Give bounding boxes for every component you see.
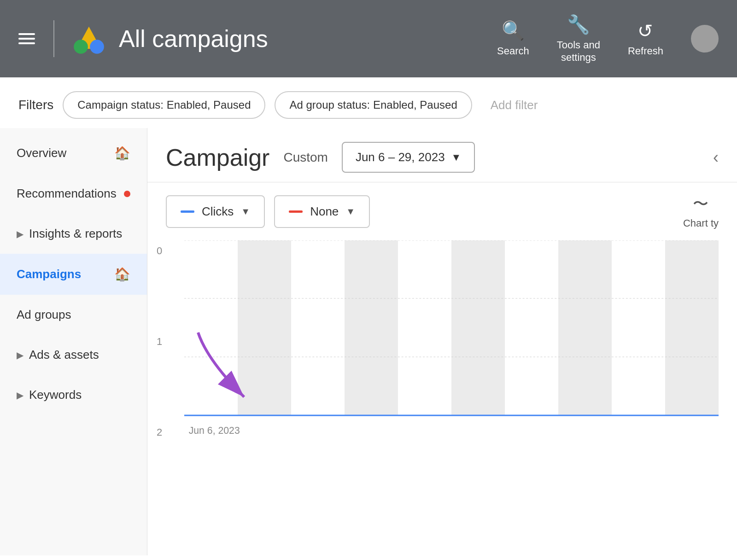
sidebar-item-recommendations[interactable]: Recommendations	[0, 174, 147, 214]
hamburger-menu-button[interactable]	[18, 33, 35, 44]
line-chart-icon: 〜	[693, 193, 708, 215]
tools-settings-button[interactable]: 🔧 Tools andsettings	[557, 14, 600, 64]
chart-type-label: Chart ty	[683, 217, 719, 229]
google-ads-logo	[73, 23, 105, 55]
svg-rect-7	[665, 240, 719, 415]
campaign-header-row: Campaigr Custom Jun 6 – 29, 2023 ▼ ‹	[147, 128, 737, 182]
chart-y-axis: 2 1 0	[157, 240, 162, 443]
chart-area: 2 1 0 Jun 6, 2023	[147, 240, 737, 471]
sidebar-label-ad-groups: Ad groups	[17, 308, 71, 322]
page-title: All campaigns	[119, 25, 483, 52]
svg-rect-6	[558, 240, 612, 415]
home-icon-campaigns: 🏠	[114, 267, 130, 282]
filters-label: Filters	[18, 98, 53, 112]
filters-bar: Filters Campaign status: Enabled, Paused…	[0, 77, 737, 128]
ad-group-status-filter[interactable]: Ad group status: Enabled, Paused	[275, 91, 472, 119]
campaign-status-filter[interactable]: Campaign status: Enabled, Paused	[63, 91, 265, 119]
sidebar-item-campaigns[interactable]: Campaigns 🏠	[0, 254, 147, 295]
clicks-dropdown-arrow-icon: ▼	[241, 206, 250, 217]
recommendations-badge	[124, 191, 130, 197]
svg-text:Jun 6, 2023: Jun 6, 2023	[189, 425, 240, 436]
user-avatar[interactable]	[691, 25, 719, 52]
dropdown-arrow-icon: ▼	[451, 152, 462, 163]
chevron-right-icon: ▶	[17, 228, 23, 239]
search-label: Search	[497, 45, 529, 57]
svg-point-2	[74, 40, 88, 54]
tools-icon: 🔧	[567, 14, 590, 35]
search-button[interactable]: 🔍 Search	[497, 20, 529, 57]
chart-svg: Jun 6, 2023	[184, 240, 719, 448]
chart-type-button[interactable]: 〜 Chart ty	[683, 193, 719, 229]
none-metric-button[interactable]: None ▼	[274, 195, 370, 228]
refresh-label: Refresh	[628, 45, 663, 57]
sidebar-label-keywords: Keywords	[29, 388, 82, 402]
home-icon-overview: 🏠	[114, 146, 130, 161]
y-label-0: 0	[157, 245, 162, 257]
chart-controls: Clicks ▼ None ▼ 〜 Chart ty	[147, 182, 737, 240]
main-layout: Overview 🏠 Recommendations ▶ Insights & …	[0, 128, 737, 555]
date-range-picker[interactable]: Jun 6 – 29, 2023 ▼	[342, 142, 475, 173]
add-filter-button[interactable]: Add filter	[481, 92, 547, 119]
top-header: All campaigns 🔍 Search 🔧 Tools andsettin…	[0, 0, 737, 77]
sidebar-label-overview: Overview	[17, 146, 66, 160]
none-dropdown-arrow-icon: ▼	[346, 206, 355, 217]
svg-rect-5	[451, 240, 505, 415]
header-divider	[53, 20, 54, 57]
svg-rect-4	[345, 240, 398, 415]
refresh-button[interactable]: ↺ Refresh	[628, 20, 663, 57]
y-label-2: 2	[157, 426, 162, 438]
custom-label: Custom	[283, 150, 328, 165]
clicks-label: Clicks	[202, 204, 234, 219]
collapse-panel-button[interactable]: ‹	[713, 148, 719, 167]
sidebar-item-keywords[interactable]: ▶ Keywords	[0, 375, 147, 415]
sidebar-label-recommendations: Recommendations	[17, 187, 117, 201]
sidebar: Overview 🏠 Recommendations ▶ Insights & …	[0, 128, 147, 555]
tools-label: Tools andsettings	[557, 39, 600, 64]
chevron-right-icon-keywords: ▶	[17, 390, 23, 401]
clicks-color-indicator	[181, 210, 194, 213]
sidebar-label-insights: Insights & reports	[29, 227, 122, 241]
campaign-section-title: Campaigr	[166, 144, 269, 171]
sidebar-item-overview[interactable]: Overview 🏠	[0, 133, 147, 174]
none-label: None	[310, 204, 339, 219]
chevron-right-icon-ads: ▶	[17, 350, 23, 361]
sidebar-item-ads-assets[interactable]: ▶ Ads & assets	[0, 335, 147, 375]
sidebar-label-ads-assets: Ads & assets	[29, 348, 99, 362]
sidebar-item-ad-groups[interactable]: Ad groups	[0, 295, 147, 335]
svg-rect-3	[238, 240, 291, 415]
refresh-icon: ↺	[638, 20, 653, 41]
y-label-1: 1	[157, 336, 162, 348]
search-icon: 🔍	[502, 20, 525, 41]
svg-point-1	[90, 40, 104, 54]
content-area: Campaigr Custom Jun 6 – 29, 2023 ▼ ‹ Cli…	[147, 128, 737, 555]
sidebar-item-insights-reports[interactable]: ▶ Insights & reports	[0, 214, 147, 254]
none-color-indicator	[289, 210, 303, 213]
header-actions: 🔍 Search 🔧 Tools andsettings ↺ Refresh	[497, 14, 719, 64]
sidebar-label-campaigns: Campaigns	[17, 267, 81, 281]
clicks-metric-button[interactable]: Clicks ▼	[166, 195, 265, 228]
date-range-text: Jun 6 – 29, 2023	[356, 150, 445, 164]
